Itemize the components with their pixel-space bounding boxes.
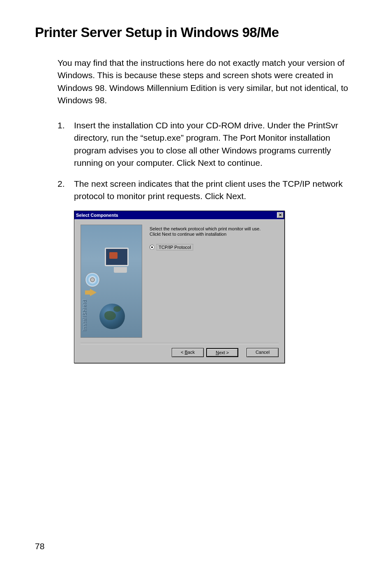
step-item: 1. Insert the installation CD into your … bbox=[58, 119, 357, 169]
intro-text: You may find that the instructions here … bbox=[58, 57, 357, 107]
instruction-line-1: Select the network protocol which print … bbox=[150, 226, 279, 231]
cancel-button[interactable]: Cancel bbox=[247, 348, 279, 357]
globe-icon bbox=[99, 304, 125, 329]
dialog-titlebar: Select Components ✕ bbox=[74, 211, 284, 219]
monitor-icon bbox=[105, 248, 136, 274]
cd-icon bbox=[85, 272, 102, 290]
step-text: The next screen indicates that the print… bbox=[74, 178, 357, 203]
dialog-body: InstallShield Select the network protoco… bbox=[74, 219, 284, 363]
radio-button-icon bbox=[150, 245, 154, 250]
page-heading: Printer Server Setup in Windows 98/Me bbox=[35, 25, 357, 40]
step-number: 2. bbox=[58, 178, 74, 203]
dialog-separator bbox=[81, 343, 279, 344]
dialog-content: Select the network protocol which print … bbox=[150, 225, 279, 340]
installer-graphic: InstallShield bbox=[81, 225, 142, 338]
radio-label: TCP/IP Protocol bbox=[157, 244, 193, 251]
close-icon: ✕ bbox=[279, 213, 282, 217]
install-shield-label: InstallShield bbox=[82, 299, 88, 331]
arrow-icon bbox=[90, 289, 106, 297]
dialog-screenshot: Select Components ✕ bbox=[74, 211, 357, 363]
back-button[interactable]: < Back bbox=[172, 348, 204, 357]
next-button[interactable]: Next > bbox=[206, 348, 238, 357]
step-item: 2. The next screen indicates that the pr… bbox=[58, 178, 357, 203]
dialog-button-row: < Back Next > Cancel bbox=[81, 348, 279, 359]
protocol-radio-option[interactable]: TCP/IP Protocol bbox=[150, 244, 279, 251]
page-number: 78 bbox=[35, 541, 44, 551]
step-number: 1. bbox=[58, 119, 74, 169]
step-text: Insert the installation CD into your CD-… bbox=[74, 119, 357, 169]
dialog-upper-panel: InstallShield Select the network protoco… bbox=[81, 225, 279, 340]
steps-list: 1. Insert the installation CD into your … bbox=[58, 119, 357, 203]
select-components-dialog: Select Components ✕ bbox=[74, 211, 285, 363]
dialog-title: Select Components bbox=[76, 213, 118, 218]
instruction-line-2: Clickt Next to continue with installatio… bbox=[150, 232, 279, 237]
close-button[interactable]: ✕ bbox=[277, 212, 284, 218]
